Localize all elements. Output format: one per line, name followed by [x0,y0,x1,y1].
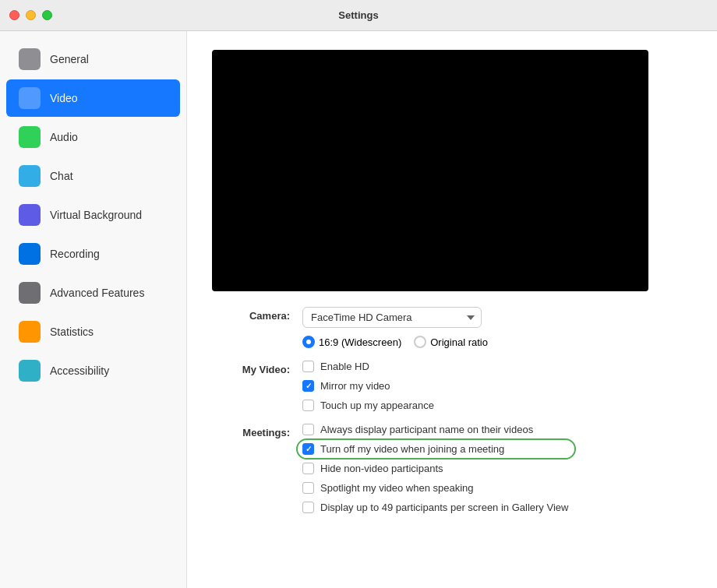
camera-select[interactable]: FaceTime HD Camera USB Camera [302,307,482,328]
sidebar-item-label-virtual-bg: Virtual Background [50,209,142,221]
my-video-label: My Video: [212,361,290,375]
my-video-row: My Video: Enable HD Mirror my video Touc… [212,361,692,411]
enable-hd-checkbox[interactable] [302,361,314,372]
ratio-original-label: Original ratio [430,336,488,348]
enable-hd-option[interactable]: Enable HD [302,361,434,372]
statistics-icon [19,321,41,343]
spotlight-checkbox[interactable] [302,482,314,494]
meetings-label: Meetings: [212,424,290,438]
spotlight-option[interactable]: Spotlight my video when speaking [302,482,568,494]
ratio-widescreen[interactable]: 16:9 (Widescreen) [302,336,401,348]
ratio-original[interactable]: Original ratio [414,336,488,348]
sidebar-item-video[interactable]: Video [6,79,180,117]
camera-controls: FaceTime HD Camera USB Camera 16:9 (Wide… [302,307,488,348]
gallery-view-label: Display up to 49 participants per screen… [320,502,568,513]
sidebar-item-label-statistics: Statistics [50,326,94,338]
mirror-video-checkbox[interactable] [302,380,314,392]
sidebar-item-recording[interactable]: Recording [6,235,180,273]
display-name-option[interactable]: Always display participant name on their… [302,424,568,435]
meetings-controls: Always display participant name on their… [302,424,568,513]
sidebar-item-audio[interactable]: Audio [6,118,180,156]
enable-hd-label: Enable HD [320,361,369,372]
sidebar: GeneralVideoAudioChatVirtual BackgroundR… [0,31,187,588]
general-icon [19,48,41,70]
window-controls[interactable] [9,10,52,20]
sidebar-item-label-accessibility: Accessibility [50,364,109,377]
mirror-video-option[interactable]: Mirror my video [302,380,434,392]
close-button[interactable] [9,10,19,20]
radio-widescreen-indicator [302,336,315,348]
recording-icon [19,243,41,265]
display-name-label: Always display participant name on their… [320,424,533,435]
sidebar-item-label-recording: Recording [50,248,100,260]
ratio-widescreen-label: 16:9 (Widescreen) [319,336,401,348]
touch-up-label: Touch up my appearance [320,400,434,411]
hide-non-video-label: Hide non-video participants [320,463,443,474]
touch-up-checkbox[interactable] [302,400,314,411]
my-video-controls: Enable HD Mirror my video Touch up my ap… [302,361,434,411]
turn-off-video-option[interactable]: Turn off my video when joining a meeting [302,443,568,455]
sidebar-item-advanced[interactable]: Advanced Features [6,274,180,312]
video-icon [19,87,41,109]
camera-row: Camera: FaceTime HD Camera USB Camera 16… [212,307,692,348]
video-preview [212,50,648,291]
sidebar-item-chat[interactable]: Chat [6,157,180,195]
audio-icon [19,126,41,148]
accessibility-icon [19,360,41,382]
sidebar-item-label-advanced: Advanced Features [50,287,144,299]
gallery-view-checkbox[interactable] [302,502,314,513]
turn-off-video-label: Turn off my video when joining a meeting [320,443,504,455]
content-area: Camera: FaceTime HD Camera USB Camera 16… [187,31,717,588]
hide-non-video-checkbox[interactable] [302,463,314,474]
minimize-button[interactable] [26,10,36,20]
sidebar-item-label-video: Video [50,92,78,104]
turn-off-video-checkbox[interactable] [302,443,314,455]
sidebar-item-statistics[interactable]: Statistics [6,313,180,350]
touch-up-option[interactable]: Touch up my appearance [302,400,434,411]
ratio-row: 16:9 (Widescreen) Original ratio [302,336,488,348]
titlebar: Settings [0,0,717,31]
sidebar-item-label-general: General [50,53,89,65]
camera-select-row: FaceTime HD Camera USB Camera [302,307,488,328]
spotlight-label: Spotlight my video when speaking [320,482,474,494]
meetings-row: Meetings: Always display participant nam… [212,424,692,513]
sidebar-item-virtual-bg[interactable]: Virtual Background [6,196,180,234]
sidebar-item-label-chat: Chat [50,170,73,182]
sidebar-item-label-audio: Audio [50,131,78,143]
maximize-button[interactable] [42,10,52,20]
main-layout: GeneralVideoAudioChatVirtual BackgroundR… [0,31,717,588]
window-title: Settings [338,9,378,21]
display-name-checkbox[interactable] [302,424,314,435]
sidebar-item-general[interactable]: General [6,40,180,78]
mirror-video-label: Mirror my video [320,380,390,392]
radio-original-indicator [414,336,426,348]
advanced-icon [19,282,41,304]
virtual-bg-icon [19,204,41,226]
camera-label: Camera: [212,307,290,322]
chat-icon [19,165,41,187]
hide-non-video-option[interactable]: Hide non-video participants [302,463,568,474]
sidebar-item-accessibility[interactable]: Accessibility [6,352,180,389]
gallery-view-option[interactable]: Display up to 49 participants per screen… [302,502,568,513]
